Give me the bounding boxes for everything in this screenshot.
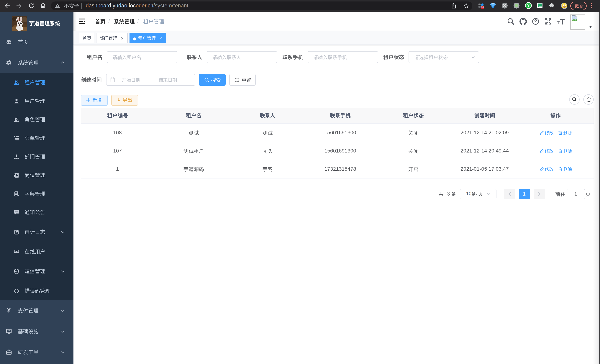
svg-text:10: 10 bbox=[481, 6, 484, 9]
